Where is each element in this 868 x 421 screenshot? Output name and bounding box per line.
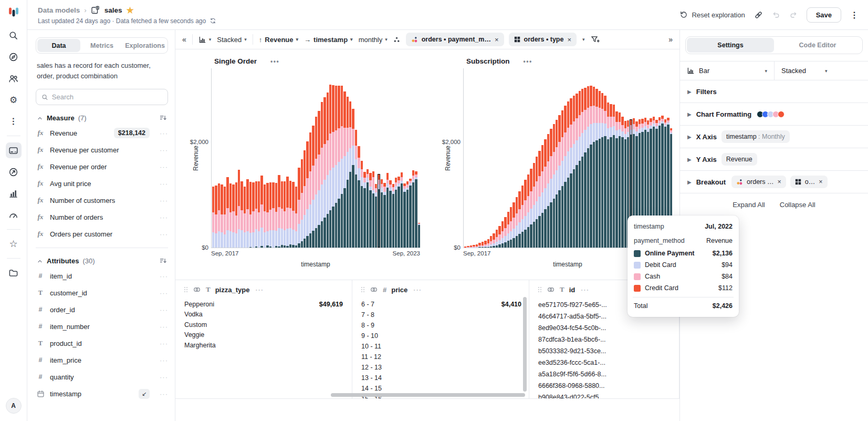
stacked-bar[interactable] bbox=[244, 187, 246, 248]
stacked-bar[interactable] bbox=[269, 182, 271, 248]
expand-panel-icon[interactable]: » bbox=[668, 35, 673, 44]
stacked-bar[interactable] bbox=[369, 173, 371, 248]
stacked-bar[interactable] bbox=[412, 170, 414, 248]
drag-handle-icon[interactable] bbox=[538, 287, 542, 293]
stacked-bar[interactable] bbox=[249, 182, 252, 248]
stacked-bar[interactable] bbox=[415, 171, 417, 248]
summary-row-14-15[interactable]: 14 - 15 bbox=[361, 383, 521, 394]
members-icon[interactable] bbox=[6, 70, 22, 86]
stacked-bar[interactable] bbox=[507, 212, 509, 248]
stacked-bar[interactable] bbox=[561, 110, 563, 248]
stacked-bar[interactable] bbox=[584, 88, 586, 248]
attribute-item-order-id[interactable]: #order_id ··· bbox=[36, 301, 168, 318]
measure-item-orders-per-customer[interactable]: fx Orders per customer ··· bbox=[36, 225, 168, 242]
more-menu-icon[interactable]: ⋮ bbox=[6, 114, 22, 129]
stacked-bar[interactable] bbox=[482, 242, 484, 248]
stacked-bar[interactable] bbox=[558, 115, 560, 248]
stacked-bar[interactable] bbox=[252, 182, 254, 248]
stacked-bar[interactable] bbox=[513, 202, 515, 248]
summary-row-8ed9e034-fc54-5c0b[interactable]: 8ed9e034-fc54-5c0b-... bbox=[538, 322, 672, 334]
stacked-bar[interactable] bbox=[541, 145, 543, 248]
stacked-bar[interactable] bbox=[579, 91, 581, 248]
stacked-bar[interactable] bbox=[478, 243, 480, 248]
stacked-bar[interactable] bbox=[490, 236, 492, 248]
summary-row-b908e843-d022-5cf5[interactable]: b908e843-d022-5cf5... bbox=[538, 392, 672, 398]
y-axis-field-chip[interactable]: Revenue bbox=[721, 153, 757, 166]
drag-handle-icon[interactable] bbox=[184, 287, 188, 293]
stacked-bar[interactable] bbox=[547, 134, 549, 248]
chart-type-select[interactable]: Bar ▾ bbox=[680, 61, 775, 80]
expand-all-link[interactable]: Expand All bbox=[733, 201, 765, 209]
stacked-bar[interactable] bbox=[587, 86, 589, 248]
dashboards-gauge-icon[interactable] bbox=[6, 207, 22, 223]
stacked-bar[interactable] bbox=[464, 247, 466, 248]
summary-row-pepperoni[interactable]: Pepperoni $49,619 bbox=[184, 299, 344, 310]
stacked-bar[interactable] bbox=[536, 157, 538, 248]
stacked-bar[interactable] bbox=[361, 161, 363, 248]
stacked-bar[interactable] bbox=[315, 117, 317, 248]
stacked-bar[interactable] bbox=[246, 179, 248, 248]
stacked-bar[interactable] bbox=[538, 151, 540, 248]
measure-item-number-of-orders[interactable]: fx Number of orders ··· bbox=[36, 209, 168, 225]
summary-row-12-13[interactable]: 12 - 13 bbox=[361, 362, 521, 373]
search-icon[interactable] bbox=[6, 27, 22, 43]
stacked-bar[interactable] bbox=[386, 173, 389, 248]
stacked-bar[interactable] bbox=[573, 96, 575, 248]
stacked-bar[interactable] bbox=[389, 180, 391, 248]
row-menu-icon[interactable]: ··· bbox=[160, 230, 168, 238]
stacked-bar[interactable] bbox=[255, 181, 257, 248]
stacked-bar[interactable] bbox=[504, 217, 506, 248]
stacked-bar[interactable] bbox=[527, 174, 529, 248]
stacked-bar[interactable] bbox=[301, 159, 303, 248]
attribute-item-customer-id[interactable]: Tcustomer_id ··· bbox=[36, 284, 168, 301]
stacked-bar[interactable] bbox=[476, 244, 478, 248]
stacked-bar[interactable] bbox=[395, 178, 397, 248]
breakout-chip-orders[interactable]: orders … × bbox=[731, 176, 786, 188]
stacked-bar[interactable] bbox=[381, 179, 383, 248]
stacked-bar[interactable] bbox=[289, 181, 291, 248]
breakout-chip-orders-type[interactable]: orders • type × bbox=[509, 33, 577, 46]
stacked-bar[interactable] bbox=[518, 191, 520, 248]
stacked-bar[interactable] bbox=[355, 130, 357, 248]
measure-item-avg-unit-price[interactable]: fx Avg unit price ··· bbox=[36, 175, 168, 192]
collapse-all-link[interactable]: Collapse All bbox=[780, 201, 815, 209]
remove-chip-icon[interactable]: × bbox=[567, 36, 571, 44]
stacked-bar[interactable] bbox=[309, 132, 311, 248]
stacked-bar[interactable] bbox=[401, 172, 403, 248]
section-breakout[interactable]: ▶ Breakout orders … × o… × bbox=[680, 171, 868, 193]
stacked-bar[interactable] bbox=[487, 239, 489, 248]
stacked-bar[interactable] bbox=[266, 183, 268, 248]
stacked-bar[interactable] bbox=[347, 97, 349, 248]
stacked-bar[interactable] bbox=[372, 171, 374, 248]
row-menu-icon[interactable]: ··· bbox=[160, 163, 168, 171]
stacked-bar[interactable] bbox=[321, 102, 323, 248]
summary-row-10-11[interactable]: 10 - 11 bbox=[361, 341, 521, 352]
horizontal-scrollbar[interactable] bbox=[331, 393, 525, 397]
row-menu-icon[interactable]: ··· bbox=[160, 213, 168, 221]
stacked-bar[interactable] bbox=[593, 87, 595, 248]
chart-menu-icon[interactable]: ••• bbox=[270, 58, 279, 65]
attribute-item-timestamp[interactable]: timestamp ↙ ··· bbox=[36, 385, 168, 402]
stacked-bar[interactable] bbox=[550, 129, 552, 248]
row-menu-icon[interactable]: ··· bbox=[160, 272, 168, 280]
share-link-icon[interactable] bbox=[754, 11, 763, 19]
summary-row-87cdfca3-b1ea-5bc6[interactable]: 87cdfca3-b1ea-5bc6-... bbox=[538, 334, 672, 345]
stacked-bar[interactable] bbox=[595, 89, 598, 248]
summary-row-11-12[interactable]: 11 - 12 bbox=[361, 352, 521, 362]
stacked-bar[interactable] bbox=[521, 186, 524, 248]
drag-handle-icon[interactable] bbox=[361, 287, 365, 293]
stacked-bar[interactable] bbox=[473, 245, 475, 248]
stacked-bar[interactable] bbox=[264, 184, 266, 248]
tab-code-editor[interactable]: Code Editor bbox=[774, 38, 861, 53]
row-menu-icon[interactable]: ··· bbox=[160, 323, 168, 331]
breakout-chip-o[interactable]: o… × bbox=[790, 176, 828, 188]
summary-row-veggie[interactable]: Veggie bbox=[184, 330, 344, 341]
stacked-bar[interactable] bbox=[398, 177, 400, 248]
stacked-bar[interactable] bbox=[221, 184, 223, 248]
stacked-bar-selected[interactable] bbox=[378, 174, 380, 248]
stacked-bar[interactable] bbox=[564, 106, 566, 248]
stacked-bar[interactable] bbox=[467, 246, 469, 248]
stacked-bar[interactable] bbox=[403, 183, 405, 248]
sort-icon[interactable] bbox=[159, 114, 167, 122]
stacked-bar[interactable] bbox=[498, 226, 500, 248]
